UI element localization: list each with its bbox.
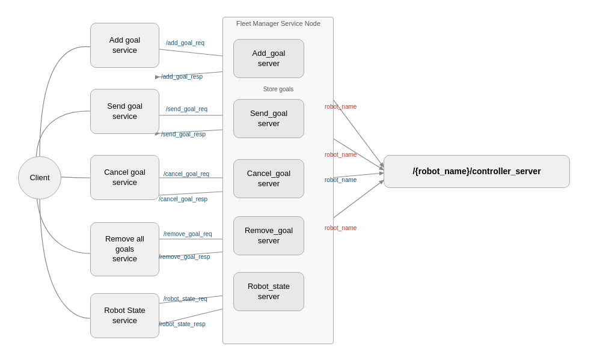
remove-goal-server-label: Remove_goalserver [245, 226, 293, 246]
add-goal-service-node: Add goalservice [90, 23, 159, 68]
robot-name-label-2: robot_name [325, 151, 357, 158]
robot-state-server-node: Robot_stateserver [233, 272, 304, 311]
cancel-goal-service-label: Cancel goalservice [104, 168, 145, 188]
add-goal-server-node: Add_goalserver [233, 39, 304, 78]
add-goal-resp-label: /add_goal_resp [161, 73, 203, 80]
robot-state-service-label: Robot Stateservice [104, 306, 145, 326]
send-goal-server-label: Send_goalserver [250, 109, 287, 129]
cancel-goal-req-label: /cancel_goal_req [164, 171, 209, 177]
send-goal-req-label: /send_goal_req [166, 106, 207, 112]
send-goal-service-label: Send goalservice [107, 102, 142, 122]
cancel-goal-resp-label: /cancel_goal_resp [159, 196, 207, 202]
client-node: Client [18, 156, 61, 199]
send-goal-service-node: Send goalservice [90, 89, 159, 134]
controller-server-label: /{robot_name}/controller_server [412, 166, 540, 177]
cancel-goal-server-node: Cancel_goalserver [233, 159, 304, 198]
add-goal-server-label: Add_goalserver [253, 49, 286, 69]
add-goal-req-label: /add_goal_req [166, 40, 204, 46]
store-goals-label: Store goals [236, 86, 320, 93]
robot-name-label-3: robot_name [325, 177, 357, 183]
remove-goal-server-node: Remove_goalserver [233, 216, 304, 255]
controller-server-node: /{robot_name}/controller_server [384, 155, 570, 188]
robot-state-server-label: Robot_stateserver [248, 282, 290, 302]
robot-state-service-node: Robot Stateservice [90, 293, 159, 338]
robot-state-resp-label: /robot_state_resp [159, 321, 206, 327]
remove-goal-req-label: /remove_goal_req [164, 231, 212, 237]
robot-name-label-1: robot_name [325, 103, 357, 110]
send-goal-server-node: Send_goalserver [233, 99, 304, 138]
cancel-goal-server-label: Cancel_goalserver [247, 169, 290, 189]
fleet-manager-label: Fleet Manager Service Node [236, 20, 320, 27]
remove-goal-resp-label: /remove_goal_resp [159, 253, 210, 260]
remove-goals-service-node: Remove allgoalsservice [90, 222, 159, 276]
send-goal-resp-label: /send_goal_resp [161, 131, 206, 138]
robot-state-req-label: /robot_state_req [164, 296, 207, 302]
client-label: Client [29, 173, 49, 183]
add-goal-service-label: Add goalservice [109, 35, 140, 56]
remove-goals-service-label: Remove allgoalsservice [105, 234, 144, 265]
diagram: Fleet Manager Service Node Store goals C… [0, 0, 594, 364]
cancel-goal-service-node: Cancel goalservice [90, 155, 159, 200]
robot-name-label-4: robot_name [325, 225, 357, 231]
